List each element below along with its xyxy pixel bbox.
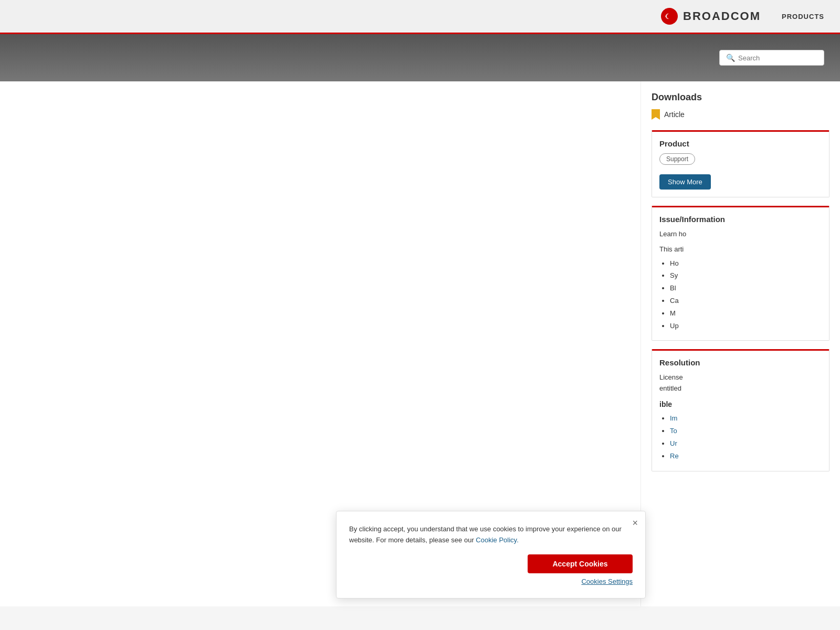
accept-cookies-button[interactable]: Accept Cookies	[528, 554, 633, 573]
resolution-link-im[interactable]: Im	[670, 414, 677, 422]
search-input[interactable]	[738, 54, 817, 62]
cookie-policy-link[interactable]: Cookie Policy.	[476, 536, 518, 544]
cookie-banner: × By clicking accept, you understand tha…	[336, 511, 646, 598]
issue-list-item: Sy	[670, 270, 822, 281]
resolution-link-to[interactable]: To	[670, 427, 677, 435]
article-item: Article	[652, 109, 830, 120]
support-tag[interactable]: Support	[659, 153, 695, 165]
resolution-section-body: Licenseentitled ible Im To Ur Re	[659, 372, 822, 461]
issue-list-item: M	[670, 308, 822, 319]
resolution-list-item[interactable]: To	[670, 426, 822, 437]
issue-section-body: Learn ho This arti Ho Sy Bl Ca M Up	[659, 229, 822, 331]
resolution-link-re[interactable]: Re	[670, 452, 679, 460]
issue-list-item: Bl	[670, 283, 822, 294]
license-text: Licenseentitled	[659, 372, 822, 394]
product-section-title: Product	[659, 139, 822, 148]
product-section-card: Product Support Show More	[652, 130, 830, 197]
svg-point-1	[667, 14, 672, 19]
cookies-settings-button[interactable]: Cookies Settings	[581, 578, 633, 585]
resolution-section-title: Resolution	[659, 358, 822, 367]
search-box[interactable]: 🔍	[719, 50, 824, 66]
broadcom-logo-icon	[660, 7, 679, 26]
resolution-top-list: Im To	[659, 413, 822, 437]
resolution-list-item[interactable]: Im	[670, 413, 822, 424]
learn-text: Learn ho	[659, 229, 822, 240]
resolution-bottom-list-item[interactable]: Re	[670, 451, 822, 462]
cookie-buttons: Accept Cookies Cookies Settings	[349, 554, 633, 585]
broadcom-logo-text: BROADCOM	[683, 9, 761, 23]
resolution-subtitle: ible	[659, 398, 822, 410]
top-navigation: BROADCOM PRODUCTS	[0, 0, 840, 34]
issue-list-item: Ca	[670, 296, 822, 307]
hero-banner: 🔍	[0, 34, 840, 81]
this-article-text: This arti	[659, 244, 822, 255]
downloads-section: Downloads Article	[652, 92, 830, 120]
show-more-button[interactable]: Show More	[659, 174, 711, 190]
resolution-link-ur[interactable]: Ur	[670, 439, 677, 447]
issue-section-card: Issue/Information Learn ho This arti Ho …	[652, 206, 830, 341]
downloads-title: Downloads	[652, 92, 830, 103]
search-icon: 🔍	[726, 54, 735, 62]
bookmark-icon	[652, 109, 660, 120]
close-button[interactable]: ×	[632, 518, 638, 529]
resolution-bottom-list-item[interactable]: Ur	[670, 438, 822, 449]
issue-list: Ho Sy Bl Ca M Up	[659, 258, 822, 332]
issue-list-item: Up	[670, 321, 822, 332]
issue-section-title: Issue/Information	[659, 215, 822, 224]
nav-products-link[interactable]: PRODUCTS	[782, 13, 824, 20]
issue-list-item: Ho	[670, 258, 822, 269]
broadcom-logo[interactable]: BROADCOM	[660, 7, 761, 26]
cookie-text: By clicking accept, you understand that …	[349, 524, 633, 546]
article-label: Article	[664, 110, 685, 119]
right-sidebar: Downloads Article Product Support Show M…	[640, 81, 840, 606]
resolution-bottom-list: Ur Re	[659, 438, 822, 462]
resolution-section-card: Resolution Licenseentitled ible Im To Ur…	[652, 349, 830, 471]
